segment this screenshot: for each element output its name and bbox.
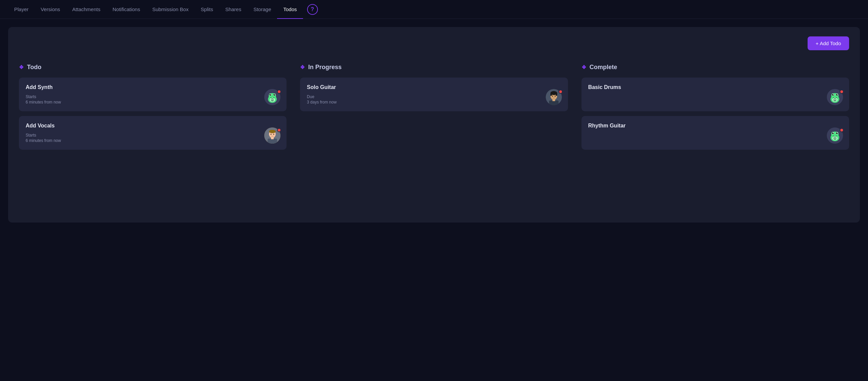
card-solo-guitar-meta-value: 3 days from now	[307, 100, 561, 105]
card-add-vocals-meta-value: 6 minutes from now	[26, 138, 280, 143]
card-basic-drums-notification-dot	[840, 90, 844, 94]
card-solo-guitar[interactable]: Solo Guitar Due 3 days from now	[300, 78, 568, 111]
column-in-progress-icon: ❖	[300, 64, 305, 70]
svg-rect-27	[549, 100, 559, 105]
svg-point-46	[832, 133, 834, 134]
board-container: + Add Todo ❖ Todo Add Synth Starts 6 min…	[8, 27, 860, 223]
nav-item-submission-box[interactable]: Submission Box	[146, 0, 195, 19]
nav-item-versions[interactable]: Versions	[35, 0, 66, 19]
card-rhythm-guitar[interactable]: Rhythm Guitar	[581, 116, 849, 150]
card-add-vocals[interactable]: Add Vocals Starts 6 minutes from now	[19, 116, 287, 150]
svg-point-16	[271, 134, 272, 135]
nav-item-player[interactable]: Player	[8, 0, 35, 19]
card-add-vocals-meta-label: Starts	[26, 133, 280, 138]
card-add-synth-title: Add Synth	[26, 84, 280, 90]
card-add-synth-notification-dot	[277, 90, 281, 94]
nav-item-notifications[interactable]: Notifications	[106, 0, 146, 19]
card-basic-drums[interactable]: Basic Drums	[581, 78, 849, 111]
column-complete-title: ❖ Complete	[581, 64, 849, 71]
column-in-progress-title: ❖ In Progress	[300, 64, 568, 71]
card-basic-drums-title: Basic Drums	[588, 84, 842, 90]
svg-point-17	[273, 134, 274, 135]
svg-point-47	[836, 133, 838, 134]
svg-rect-19	[271, 137, 274, 139]
svg-rect-23	[550, 93, 552, 96]
svg-point-7	[274, 94, 275, 95]
card-add-synth-meta-label: Starts	[26, 94, 280, 99]
card-add-vocals-avatar-wrapper	[264, 127, 282, 145]
nav-item-splits[interactable]: Splits	[195, 0, 219, 19]
svg-point-6	[270, 94, 271, 95]
main-content: + Add Todo ❖ Todo Add Synth Starts 6 min…	[0, 19, 868, 231]
card-add-vocals-notification-dot	[277, 128, 281, 132]
nav-item-storage[interactable]: Storage	[247, 0, 277, 19]
card-rhythm-guitar-notification-dot	[840, 128, 844, 132]
nav-item-attachments[interactable]: Attachments	[66, 0, 106, 19]
svg-point-36	[837, 94, 838, 95]
card-solo-guitar-notification-dot	[559, 90, 563, 94]
svg-point-49	[837, 133, 838, 133]
svg-rect-28	[552, 99, 555, 101]
card-solo-guitar-avatar-wrapper	[546, 89, 563, 107]
svg-point-26	[554, 96, 555, 97]
add-todo-button[interactable]: + Add Todo	[808, 36, 849, 50]
card-add-synth-avatar-wrapper	[264, 89, 282, 107]
svg-point-35	[833, 94, 834, 95]
navigation: Player Versions Attachments Notification…	[0, 0, 868, 19]
nav-item-todos[interactable]: Todos	[277, 0, 303, 19]
card-add-vocals-title: Add Vocals	[26, 123, 280, 129]
nav-item-shares[interactable]: Shares	[219, 0, 247, 19]
column-in-progress: ❖ In Progress Solo Guitar Due 3 days fro…	[300, 64, 568, 116]
svg-point-34	[836, 94, 838, 96]
card-add-synth-meta-value: 6 minutes from now	[26, 100, 280, 105]
column-todo: ❖ Todo Add Synth Starts 6 minutes from n…	[19, 64, 287, 154]
card-rhythm-guitar-avatar-wrapper	[827, 127, 844, 145]
column-complete: ❖ Complete Basic Drums	[581, 64, 849, 154]
svg-point-25	[552, 96, 553, 97]
card-basic-drums-avatar-wrapper	[827, 89, 844, 107]
help-button[interactable]: ?	[307, 4, 318, 15]
card-solo-guitar-meta-label: Due	[307, 94, 561, 99]
column-todo-icon: ❖	[19, 64, 24, 70]
board-header: + Add Todo	[19, 36, 849, 50]
column-complete-icon: ❖	[581, 64, 586, 70]
svg-point-4	[270, 94, 271, 96]
card-solo-guitar-title: Solo Guitar	[307, 84, 561, 90]
svg-point-15	[269, 130, 276, 133]
svg-rect-18	[268, 139, 277, 144]
svg-point-48	[833, 133, 834, 133]
column-todo-title: ❖ Todo	[19, 64, 287, 71]
svg-point-5	[274, 94, 275, 96]
board-columns: ❖ Todo Add Synth Starts 6 minutes from n…	[19, 64, 849, 154]
svg-point-33	[832, 94, 834, 96]
card-add-synth[interactable]: Add Synth Starts 6 minutes from now	[19, 78, 287, 111]
svg-rect-24	[556, 93, 557, 96]
card-rhythm-guitar-title: Rhythm Guitar	[588, 123, 842, 129]
